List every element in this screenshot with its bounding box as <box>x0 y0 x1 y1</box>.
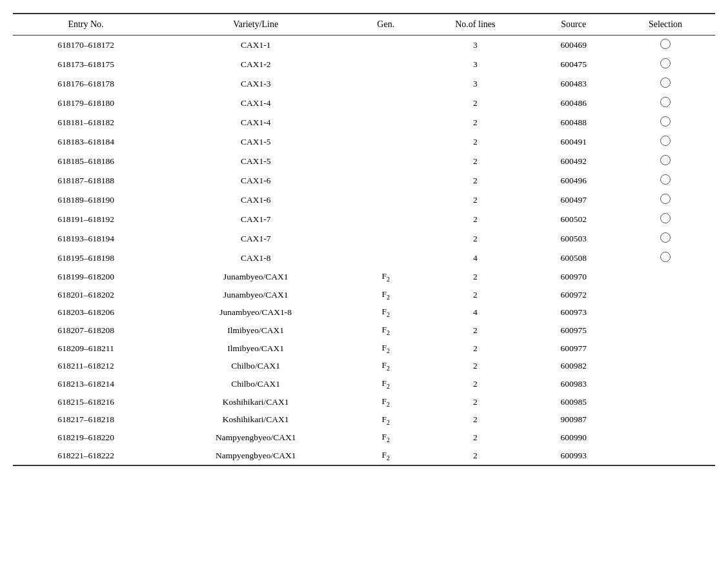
cell-selection <box>616 55 715 74</box>
cell-source: 600985 <box>532 393 616 411</box>
cell-variety: Ilmibyeo/CAX1 <box>159 321 352 340</box>
cell-selection <box>616 132 715 152</box>
cell-lines: 2 <box>419 357 531 375</box>
cell-source: 900987 <box>532 411 616 429</box>
selection-circle <box>660 97 671 107</box>
table-row: 618187–618188CAX1-62600496 <box>13 171 715 190</box>
selection-circle <box>660 194 671 204</box>
cell-variety: CAX1-4 <box>159 113 352 132</box>
cell-source: 600993 <box>532 447 616 465</box>
table-row: 618191–618192CAX1-72600502 <box>13 210 715 229</box>
table-row: 618221–618222Nampyengbyeo/CAX1F22600993 <box>13 447 715 465</box>
header-no-of-lines: No.of lines <box>419 14 531 36</box>
cell-gen <box>352 171 419 190</box>
cell-variety: Junambyeo/CAX1 <box>159 286 352 304</box>
table-row: 618173–618175CAX1-23600475 <box>13 55 715 74</box>
cell-selection <box>616 357 715 375</box>
cell-variety: CAX1-7 <box>159 210 352 229</box>
table-row: 618189–618190CAX1-62600497 <box>13 190 715 210</box>
cell-entry-no: 618195–618198 <box>13 249 159 268</box>
cell-selection <box>616 74 715 94</box>
cell-source: 600486 <box>532 94 616 113</box>
cell-source: 600492 <box>532 152 616 171</box>
cell-variety: Chilbo/CAX1 <box>159 357 352 375</box>
cell-source: 600491 <box>532 132 616 152</box>
cell-gen: F2 <box>352 303 419 321</box>
cell-source: 600975 <box>532 321 616 340</box>
cell-source: 600483 <box>532 74 616 94</box>
cell-variety: CAX1-6 <box>159 190 352 210</box>
table-row: 618217–618218Koshihikari/CAX1F22900987 <box>13 411 715 429</box>
cell-entry-no: 618185–618186 <box>13 152 159 171</box>
cell-selection <box>616 321 715 340</box>
cell-lines: 2 <box>419 321 531 340</box>
cell-variety: Koshihikari/CAX1 <box>159 393 352 411</box>
cell-gen <box>352 36 419 56</box>
cell-selection <box>616 447 715 465</box>
selection-circle <box>660 155 671 165</box>
cell-entry-no: 618207–618208 <box>13 321 159 340</box>
cell-lines: 2 <box>419 132 531 152</box>
cell-gen: F2 <box>352 286 419 304</box>
cell-source: 600503 <box>532 229 616 249</box>
table-row: 618213–618214Chilbo/CAX1F22600983 <box>13 375 715 393</box>
cell-gen: F2 <box>352 429 419 447</box>
cell-entry-no: 618179–618180 <box>13 94 159 113</box>
table-container: Entry No. Variety/Line Gen. No.of lines … <box>13 13 715 466</box>
cell-lines: 2 <box>419 229 531 249</box>
cell-lines: 2 <box>419 210 531 229</box>
cell-variety: CAX1-5 <box>159 132 352 152</box>
cell-selection <box>616 113 715 132</box>
cell-selection <box>616 286 715 304</box>
cell-selection <box>616 411 715 429</box>
cell-entry-no: 618189–618190 <box>13 190 159 210</box>
cell-selection <box>616 268 715 286</box>
selection-circle <box>660 77 671 88</box>
cell-source: 600497 <box>532 190 616 210</box>
cell-entry-no: 618201–618202 <box>13 286 159 304</box>
selection-circle <box>660 252 671 262</box>
cell-lines: 2 <box>419 190 531 210</box>
cell-entry-no: 618215–618216 <box>13 393 159 411</box>
table-row: 618193–618194CAX1-72600503 <box>13 229 715 249</box>
cell-gen <box>352 152 419 171</box>
cell-variety: Junambyeo/CAX1-8 <box>159 303 352 321</box>
selection-circle <box>660 39 671 49</box>
cell-source: 600508 <box>532 249 616 268</box>
cell-source: 600972 <box>532 286 616 304</box>
cell-selection <box>616 393 715 411</box>
cell-selection <box>616 210 715 229</box>
selection-circle <box>660 232 671 243</box>
cell-variety: Koshihikari/CAX1 <box>159 411 352 429</box>
cell-variety: Nampyengbyeo/CAX1 <box>159 447 352 465</box>
cell-entry-no: 618181–618182 <box>13 113 159 132</box>
cell-entry-no: 618213–618214 <box>13 375 159 393</box>
cell-variety: CAX1-3 <box>159 74 352 94</box>
cell-selection <box>616 229 715 249</box>
table-row: 618215–618216Koshihikari/CAX1F22600985 <box>13 393 715 411</box>
cell-gen <box>352 113 419 132</box>
cell-lines: 3 <box>419 36 531 56</box>
cell-gen <box>352 249 419 268</box>
cell-variety: CAX1-8 <box>159 249 352 268</box>
table-row: 618179–618180CAX1-42600486 <box>13 94 715 113</box>
cell-lines: 3 <box>419 55 531 74</box>
header-selection: Selection <box>616 14 715 36</box>
cell-gen: F2 <box>352 340 419 358</box>
cell-lines: 2 <box>419 113 531 132</box>
selection-circle <box>660 174 671 185</box>
table-row: 618199–618200Junambyeo/CAX1F22600970 <box>13 268 715 286</box>
table-row: 618176–618178CAX1-33600483 <box>13 74 715 94</box>
cell-selection <box>616 249 715 268</box>
cell-selection <box>616 375 715 393</box>
cell-selection <box>616 303 715 321</box>
cell-gen: F2 <box>352 268 419 286</box>
cell-entry-no: 618217–618218 <box>13 411 159 429</box>
cell-gen: F2 <box>352 447 419 465</box>
cell-entry-no: 618170–618172 <box>13 36 159 56</box>
cell-source: 600475 <box>532 55 616 74</box>
cell-variety: CAX1-6 <box>159 171 352 190</box>
cell-entry-no: 618203–618206 <box>13 303 159 321</box>
cell-variety: Chilbo/CAX1 <box>159 375 352 393</box>
table-row: 618195–618198CAX1-84600508 <box>13 249 715 268</box>
